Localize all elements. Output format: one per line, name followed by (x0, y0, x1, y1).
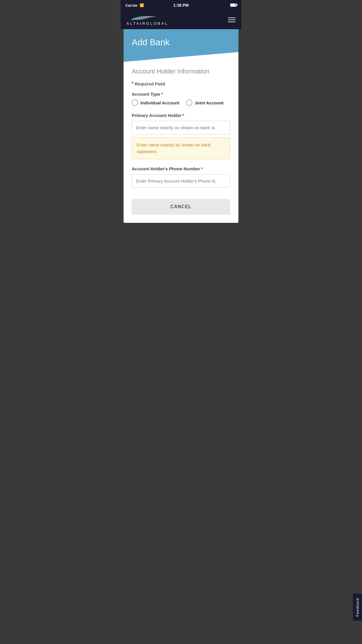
nav-bar: ALTAIRGLOBAL (121, 10, 241, 29)
joint-account-label: Joint Account (195, 100, 224, 105)
status-left: Carrier 📶 (125, 3, 144, 8)
required-field-label: Required Field (135, 81, 165, 86)
cancel-button[interactable]: CANCEL (132, 199, 230, 215)
primary-holder-tooltip: Enter name exactly as shown on bank stat… (132, 137, 230, 159)
status-bar: Carrier 📶 1:38 PM (121, 0, 241, 10)
individual-account-label: Individual Account (140, 100, 180, 105)
account-type-radio-group: Individual Account Joint Account (132, 99, 230, 106)
joint-radio-circle[interactable] (186, 99, 192, 106)
individual-radio-circle[interactable] (132, 99, 138, 106)
card-body: Account Holder Information * Required Fi… (124, 62, 238, 223)
logo: ALTAIRGLOBAL (126, 14, 168, 26)
phone-label: Account Holder's Phone Number* (132, 166, 230, 171)
joint-account-radio[interactable]: Joint Account (186, 99, 224, 106)
section-title: Account Holder Information (132, 68, 230, 75)
bottom-area (121, 223, 241, 240)
battery-icon (230, 4, 237, 7)
main-card: Add Bank Account Holder Information * Re… (124, 29, 238, 223)
phone-group: Account Holder's Phone Number* (132, 166, 230, 191)
phone-input[interactable] (132, 174, 230, 188)
carrier-label: Carrier (125, 3, 138, 8)
card-header: Add Bank (124, 29, 238, 62)
status-time: 1:38 PM (173, 3, 189, 8)
logo-text: ALTAIRGLOBAL (126, 21, 168, 26)
tooltip-text: Enter name exactly as shown on bank stat… (137, 142, 210, 154)
account-type-group: Account Type* Individual Account Joint A… (132, 92, 230, 106)
page-title: Add Bank (132, 37, 230, 47)
primary-holder-group: Primary Account Holder* Enter name exact… (132, 113, 230, 159)
individual-account-radio[interactable]: Individual Account (132, 99, 180, 106)
primary-holder-input[interactable] (132, 121, 230, 134)
primary-holder-label: Primary Account Holder* (132, 113, 230, 118)
battery-indicator (230, 3, 237, 8)
wifi-icon: 📶 (140, 3, 144, 7)
required-asterisk: * (132, 81, 133, 86)
account-type-label: Account Type* (132, 92, 230, 97)
required-field-note: * Required Field (132, 81, 230, 86)
hamburger-menu-button[interactable] (228, 18, 236, 22)
